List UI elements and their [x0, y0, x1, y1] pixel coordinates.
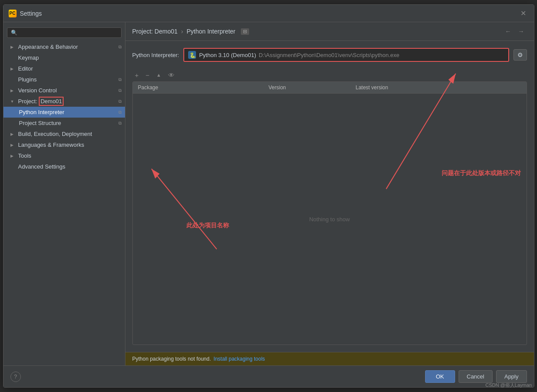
sidebar-item-label: Advanced Settings	[18, 163, 65, 170]
sidebar-item-advanced[interactable]: Advanced Settings	[3, 161, 125, 172]
chevron-icon: ▶	[10, 132, 16, 136]
interpreter-label: Python Interpreter:	[132, 52, 179, 58]
chevron-icon: ▼	[10, 99, 16, 104]
python-icon: 🐍	[188, 51, 196, 59]
sidebar-item-keymap[interactable]: Keymap	[3, 52, 125, 63]
breadcrumb-separator: ›	[181, 28, 183, 35]
sidebar-item-label: Tools	[18, 152, 31, 159]
ext-icon: ⧉	[118, 99, 122, 104]
right-panel: Project: Demo01 › Python Interpreter ⊟ ←…	[125, 22, 534, 365]
sidebar-item-tools[interactable]: ▶ Tools	[3, 150, 125, 161]
chevron-icon: ▶	[10, 88, 16, 93]
app-icon: PC	[9, 10, 17, 17]
breadcrumb-root: Project: Demo01	[132, 28, 178, 35]
project-name-highlight: Demo01	[39, 97, 64, 106]
empty-text: Nothing to show	[309, 216, 350, 223]
settings-dialog: PC Settings ✕ ▶ Appearance & Behavior ⧉ …	[3, 4, 534, 388]
sidebar-item-build[interactable]: ▶ Build, Execution, Deployment	[3, 128, 125, 139]
nav-arrows: ← →	[503, 27, 527, 36]
nav-forward-button[interactable]: →	[516, 27, 527, 36]
sidebar: ▶ Appearance & Behavior ⧉ Keymap ▶ Edito…	[3, 22, 125, 365]
sidebar-item-label: Languages & Frameworks	[18, 142, 84, 148]
sidebar-item-label: Editor	[18, 65, 33, 72]
svg-text:🐍: 🐍	[189, 52, 196, 58]
cancel-button[interactable]: Cancel	[459, 370, 493, 383]
sidebar-item-label: Python Interpreter	[19, 109, 64, 115]
breadcrumb-icon: ⊟	[241, 28, 249, 35]
sidebar-item-label: Appearance & Behavior	[18, 44, 78, 50]
sidebar-item-label: Keymap	[18, 54, 39, 61]
packages-table: Package Version Latest version Nothing t…	[132, 81, 527, 345]
nav-back-button[interactable]: ←	[503, 27, 514, 36]
col-latest: Latest version	[351, 84, 527, 91]
col-version: Version	[263, 84, 351, 91]
sidebar-item-label: Version Control	[18, 87, 57, 94]
install-link[interactable]: Install packaging tools	[213, 356, 265, 362]
breadcrumb-current: Python Interpreter	[186, 28, 235, 35]
chevron-icon: ▶	[10, 67, 16, 71]
show-package-button[interactable]: 👁	[165, 71, 177, 80]
ext-icon: ⧉	[118, 110, 122, 115]
panel-header: Project: Demo01 › Python Interpreter ⊟ ←…	[125, 22, 534, 41]
chevron-icon: ▶	[10, 154, 16, 158]
sidebar-item-label: Project: Demo01	[18, 98, 64, 105]
interpreter-dropdown[interactable]: 🐍 Python 3.10 (Demo01) D:\Assignment\Pyt…	[183, 48, 509, 62]
interpreter-path: D:\Assignment\Python\Demo01\venv\Scripts…	[259, 52, 399, 58]
table-body: Nothing to show	[133, 94, 527, 345]
table-header: Package Version Latest version	[133, 82, 527, 94]
sidebar-item-plugins[interactable]: Plugins ⧉	[3, 74, 125, 85]
gear-button[interactable]: ⚙	[513, 49, 527, 61]
ext-icon: ⧉	[118, 88, 122, 93]
sidebar-item-project[interactable]: ▼ Project: Demo01 ⧉	[3, 96, 125, 107]
ok-button[interactable]: OK	[425, 370, 455, 383]
packages-toolbar: + − ▲ 👁	[132, 69, 527, 81]
panel-body: Python Interpreter: 🐍 Python 3.10 (Demo0…	[125, 41, 534, 352]
up-package-button[interactable]: ▲	[154, 71, 164, 79]
interpreter-name: Python 3.10 (Demo01)	[199, 52, 256, 58]
remove-package-button[interactable]: −	[143, 71, 152, 80]
col-package: Package	[133, 84, 263, 91]
status-message: Python packaging tools not found.	[132, 356, 211, 362]
add-package-button[interactable]: +	[132, 71, 142, 80]
ext-icon: ⧉	[118, 77, 122, 82]
help-button[interactable]: ?	[10, 372, 21, 382]
title-bar: PC Settings ✕	[3, 5, 534, 22]
dialog-footer: ? OK Cancel Apply	[3, 365, 534, 387]
sidebar-item-python-interpreter[interactable]: Python Interpreter ⧉	[3, 107, 125, 118]
main-content: ▶ Appearance & Behavior ⧉ Keymap ▶ Edito…	[3, 22, 534, 365]
sidebar-item-appearance[interactable]: ▶ Appearance & Behavior ⧉	[3, 41, 125, 52]
sidebar-item-label: Plugins	[18, 76, 37, 83]
ext-icon: ⧉	[118, 121, 122, 126]
interpreter-row: Python Interpreter: 🐍 Python 3.10 (Demo0…	[132, 48, 527, 62]
sidebar-item-editor[interactable]: ▶ Editor	[3, 63, 125, 74]
sidebar-item-project-structure[interactable]: Project Structure ⧉	[3, 118, 125, 128]
status-bar: Python packaging tools not found. Instal…	[125, 352, 534, 365]
sidebar-item-languages[interactable]: ▶ Languages & Frameworks	[3, 139, 125, 150]
chevron-icon: ▶	[10, 143, 16, 147]
sidebar-item-label: Project Structure	[19, 120, 61, 126]
search-input[interactable]	[7, 27, 122, 38]
watermark: CSDN @俗人Layman	[485, 382, 532, 389]
dialog-title: Settings	[20, 10, 42, 17]
sidebar-item-label: Build, Execution, Deployment	[18, 131, 92, 137]
chevron-icon: ▶	[10, 45, 16, 49]
breadcrumb: Project: Demo01 › Python Interpreter ⊟	[132, 28, 249, 35]
ext-icon: ⧉	[118, 44, 122, 50]
sidebar-item-version-control[interactable]: ▶ Version Control ⧉	[3, 85, 125, 96]
close-button[interactable]: ✕	[518, 8, 529, 18]
apply-button[interactable]: Apply	[496, 370, 527, 383]
